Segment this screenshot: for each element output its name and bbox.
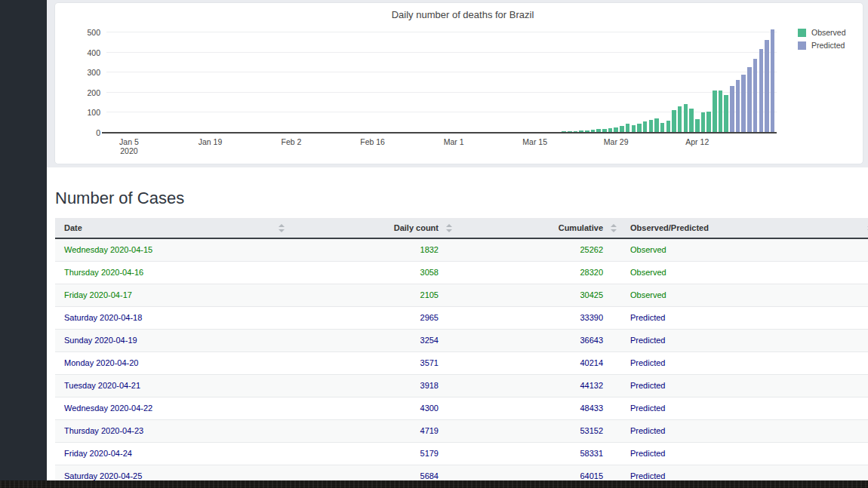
predicted-bar [759, 49, 764, 133]
cell-daily-count: 3571 [289, 351, 457, 374]
cell-cumulative: 48433 [457, 397, 621, 419]
cell-date: Sunday 2020-04-19 [55, 329, 289, 351]
observed-bar [684, 104, 688, 133]
cell-status: Predicted [621, 442, 868, 465]
x-tick-label-jan-19: Jan 19 [188, 137, 233, 146]
column-header-cumulative[interactable]: Cumulative [457, 218, 621, 238]
predicted-bar [753, 59, 758, 133]
cell-date: Friday 2020-04-17 [55, 284, 289, 306]
table-row: Friday 2020-04-24517958331Predicted [55, 442, 868, 465]
y-tick-label-400: 400 [75, 48, 100, 57]
observed-bar [719, 91, 723, 133]
cell-date: Tuesday 2020-04-21 [55, 374, 289, 397]
cell-cumulative: 36643 [457, 329, 621, 351]
cell-status: Predicted [621, 351, 868, 374]
table-row: Saturday 2020-04-18296533390Predicted [55, 306, 868, 329]
observed-bar [678, 106, 682, 133]
sort-icon[interactable] [279, 224, 285, 232]
observed-bar [649, 120, 654, 133]
x-tick-label-jan-5: Jan 52020 [106, 137, 152, 155]
predicted-bar [747, 67, 752, 134]
predicted-bar [771, 29, 775, 133]
x-tick-label-apr-12: Apr 12 [675, 137, 720, 146]
cases-table-header: DateDaily countCumulativeObserved/Predic… [55, 218, 868, 238]
cell-cumulative: 40214 [457, 351, 621, 374]
cell-cumulative: 33390 [457, 306, 621, 329]
cases-heading: Number of Cases [55, 189, 184, 208]
number-of-cases-section: Number of Cases DateDaily countCumulativ… [47, 167, 868, 481]
observed-swatch-icon [798, 29, 806, 37]
predicted-bar [736, 80, 740, 133]
predicted-bar [765, 40, 769, 133]
cell-cumulative: 44132 [457, 374, 621, 397]
legend-observed-label: Observed [811, 28, 846, 37]
cell-status: Predicted [621, 329, 868, 351]
cell-date: Monday 2020-04-20 [55, 351, 289, 374]
legend-item-observed[interactable]: Observed [798, 28, 846, 37]
gridline-y300 [106, 72, 777, 72]
predicted-bar [741, 75, 746, 133]
cell-cumulative: 53152 [457, 419, 621, 442]
cell-cumulative: 30425 [457, 284, 621, 306]
observed-bar [713, 91, 717, 133]
x-axis-line [102, 132, 777, 134]
observed-bar [689, 109, 694, 133]
predicted-bar [730, 86, 734, 133]
cell-daily-count: 3254 [289, 329, 457, 351]
cell-daily-count: 4300 [289, 397, 457, 419]
gridline-y500 [106, 32, 777, 32]
cell-daily-count: 2105 [289, 284, 457, 306]
chart-title: Daily number of deaths for Brazil [85, 9, 840, 20]
observed-bar [701, 112, 706, 133]
observed-bar [706, 112, 711, 133]
observed-bar [724, 95, 728, 133]
predicted-swatch-icon [798, 41, 806, 50]
cell-status: Observed [621, 261, 868, 284]
cell-daily-count: 3918 [289, 374, 457, 397]
column-header-daily-count[interactable]: Daily count [289, 218, 457, 238]
cell-cumulative: 58331 [457, 442, 621, 465]
observed-bar [660, 123, 665, 133]
chart-legend: Observed Predicted [798, 28, 846, 54]
cell-status: Predicted [621, 306, 868, 329]
table-row: Sunday 2020-04-19325436643Predicted [55, 329, 868, 351]
cell-date: Friday 2020-04-24 [55, 442, 289, 465]
y-tick-label-500: 500 [75, 28, 100, 37]
cell-status: Predicted [621, 397, 868, 419]
cell-cumulative: 28320 [457, 261, 621, 284]
legend-item-predicted[interactable]: Predicted [798, 41, 846, 50]
observed-bar [654, 118, 659, 133]
sort-icon[interactable] [446, 224, 452, 232]
column-header-date[interactable]: Date [55, 218, 289, 238]
cell-daily-count: 4719 [289, 419, 457, 442]
sort-icon[interactable] [611, 224, 617, 232]
table-row: Friday 2020-04-17210530425Observed [55, 284, 868, 306]
table-row: Tuesday 2020-04-21391844132Predicted [55, 374, 868, 397]
cell-status: Observed [621, 238, 868, 261]
table-row: Thursday 2020-04-16305828320Observed [55, 261, 868, 284]
observed-bar [643, 121, 648, 133]
cell-daily-count: 5179 [289, 442, 457, 465]
table-row: Monday 2020-04-20357140214Predicted [55, 351, 868, 374]
gridline-y400 [106, 52, 777, 53]
table-row: Wednesday 2020-04-22430048433Predicted [55, 397, 868, 419]
gridline-y200 [106, 92, 777, 93]
table-row: Thursday 2020-04-23471953152Predicted [55, 419, 868, 442]
observed-bar [695, 119, 700, 133]
x-tick-label-feb-16: Feb 16 [350, 137, 396, 146]
cell-status: Predicted [621, 374, 868, 397]
deaths-bar-chart-plot-area: 0100200300400500Jan 52020Jan 19Feb 2Feb … [106, 32, 777, 133]
cell-date: Thursday 2020-04-16 [55, 261, 289, 284]
cell-date: Wednesday 2020-04-22 [55, 397, 289, 419]
cell-date: Thursday 2020-04-23 [55, 419, 289, 442]
cell-date: Wednesday 2020-04-15 [55, 238, 289, 261]
x-tick-label-mar-15: Mar 15 [512, 137, 558, 146]
cell-date: Saturday 2020-04-18 [55, 306, 289, 329]
cell-cumulative: 25262 [457, 238, 621, 261]
table-row: Wednesday 2020-04-15183225262Observed [55, 238, 868, 261]
left-app-strip [0, 0, 47, 481]
legend-predicted-label: Predicted [811, 41, 845, 50]
desktop-wallpaper [0, 480, 868, 488]
column-header-observed-predicted[interactable]: Observed/Predicted [621, 218, 868, 238]
y-tick-label-300: 300 [75, 68, 100, 77]
